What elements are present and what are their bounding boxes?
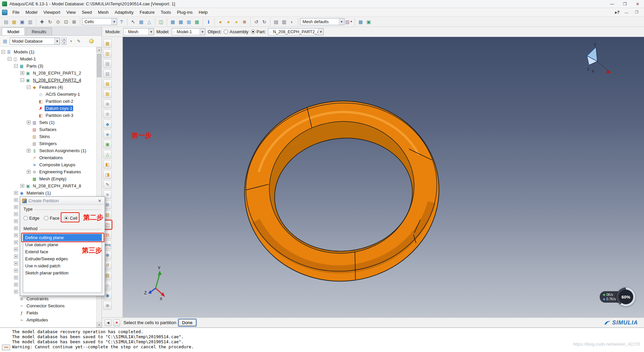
tree-expander[interactable]: − <box>1 50 5 54</box>
color-mappings-combo[interactable]: Mesh defaults▼ <box>300 18 344 25</box>
tree-expander[interactable]: + <box>14 198 18 202</box>
spinner-up-icon[interactable]: ▲ <box>62 38 66 41</box>
model-combo[interactable]: ↕ Model-1 ▼ <box>172 28 205 35</box>
viewport-canvas[interactable]: Y Z X Y Z X 0K/s 0.7K/s 60% <box>123 37 644 317</box>
menu-item-viewport[interactable]: Viewport <box>40 8 63 16</box>
tree-expander[interactable]: + <box>14 262 18 265</box>
spinner-down-icon[interactable]: ▼ <box>62 41 66 45</box>
datum-grid-icon[interactable]: ▦ <box>169 18 176 26</box>
tree-row[interactable]: ⊛Constraints <box>0 295 102 302</box>
mesh-table-icon[interactable]: ▦ <box>177 18 184 26</box>
tree-row[interactable]: ↗Orientations <box>0 154 102 161</box>
type-radio-edge[interactable]: Edge <box>23 216 39 221</box>
tree-row[interactable]: −◫Model-1 <box>0 55 102 62</box>
tree-row[interactable]: ✗Datum csys-1 <box>0 105 102 112</box>
menu-item-adaptivity[interactable]: Adaptivity <box>112 8 137 16</box>
cancel-procedure-button[interactable]: ✕ <box>113 319 120 326</box>
view-cut-icon[interactable]: ◫ <box>157 18 165 26</box>
method-listbox[interactable]: Define cutting planeUse datum planeExten… <box>23 234 102 293</box>
undo-icon[interactable]: ↺ <box>253 18 260 26</box>
close-button[interactable]: ✕ <box>631 0 644 8</box>
menu-item-model[interactable]: Model <box>22 8 40 16</box>
render-hidden-icon[interactable]: ● <box>225 18 232 26</box>
kernel-prompt-icon[interactable]: >>> <box>2 345 10 350</box>
tree-row[interactable]: ∼Amplitudes <box>0 316 102 323</box>
mesh-part-icon[interactable]: ▩ <box>103 79 112 88</box>
menu-item-file[interactable]: File <box>9 8 22 16</box>
open-database-icon[interactable]: ▦ <box>10 18 18 26</box>
child-minimize-button[interactable]: — <box>623 10 630 14</box>
dialog-title-bar[interactable]: Create Partition ✕ <box>20 197 105 205</box>
bottom-up-mesh-icon[interactable]: ◧ <box>103 160 112 169</box>
tools-misc-icon[interactable]: ⊛ <box>103 301 112 310</box>
previous-step-button[interactable]: ◀ <box>105 319 111 326</box>
mesh-table-2-icon[interactable]: ▦ <box>185 18 193 26</box>
render-off-icon[interactable]: ⊗ <box>241 18 248 26</box>
menu-item-view[interactable]: View <box>63 8 79 16</box>
view-compass[interactable]: Y Z X <box>579 43 619 83</box>
scrollbar-thumb[interactable] <box>97 54 101 77</box>
tree-row[interactable]: −▩Parts (3) <box>0 62 102 70</box>
method-item[interactable]: Define cutting plane <box>23 234 102 241</box>
mesh-region-icon[interactable]: ▦ <box>103 89 112 98</box>
assign-mesh-controls-icon[interactable]: ◆ <box>103 120 112 128</box>
seed-edges-icon[interactable]: ▥ <box>103 49 112 58</box>
tree-row[interactable]: +§Section Assignments (1) <box>0 147 102 154</box>
tree-row[interactable]: +▥Sets (1) <box>0 119 102 126</box>
delete-part-seeds-icon[interactable]: ▧ <box>103 59 112 68</box>
tree-row[interactable]: ◇ACIS Geometry-1 <box>0 91 102 98</box>
tree-expander[interactable]: + <box>14 255 18 258</box>
tree-expander[interactable]: + <box>14 248 18 251</box>
fit-view-icon[interactable]: ⊞ <box>70 18 78 26</box>
tree-row[interactable]: −▣N_208_ECPH_PART2_4 <box>0 77 102 84</box>
tree-expander[interactable]: + <box>20 71 24 75</box>
tree-row[interactable]: ≋Composite Layups <box>0 161 102 168</box>
tree-expander[interactable]: − <box>14 64 18 68</box>
info-icon[interactable]: ℹ <box>205 18 212 26</box>
selection-filter-combo[interactable]: Cells▼ <box>82 18 117 25</box>
render-shaded-icon[interactable]: ● <box>233 18 240 26</box>
assign-element-type-icon[interactable]: ◈ <box>103 130 112 138</box>
tree-expander[interactable]: + <box>14 191 18 195</box>
tab-model[interactable]: Model <box>2 28 25 35</box>
type-radio-cell[interactable]: Cell <box>64 216 77 221</box>
tree-expander[interactable]: − <box>8 57 11 61</box>
tree-expander[interactable]: + <box>27 149 31 152</box>
tree-row[interactable]: ƒFields <box>0 309 102 316</box>
menu-item-feature[interactable]: Feature <box>137 8 158 16</box>
field-report-icon[interactable]: ▤ <box>272 18 280 26</box>
filter-funnel-icon[interactable]: ▼ <box>68 38 74 44</box>
tree-row[interactable]: +▣N_208_ECPH_PART4_8 <box>0 182 102 189</box>
pan-view-icon[interactable]: ✚ <box>38 18 46 26</box>
mesh-associate-icon[interactable]: ◨ <box>103 170 112 179</box>
box-zoom-icon[interactable]: ⊡ <box>62 18 70 26</box>
tree-row[interactable]: ▨Stringers <box>0 140 102 147</box>
tree-expander[interactable]: − <box>20 78 24 82</box>
tree-expander[interactable]: + <box>14 283 18 287</box>
edit-pencil-icon[interactable]: ✎ <box>76 38 82 44</box>
select-entities-icon[interactable]: ↖ <box>129 18 137 26</box>
tree-row[interactable]: +▣N_208_ECPH_PART1_2 <box>0 70 102 77</box>
tab-results[interactable]: Results <box>26 28 52 35</box>
bulb-icon[interactable] <box>89 39 94 43</box>
menu-item-help[interactable]: Help <box>196 8 211 16</box>
delete-region-mesh-icon[interactable]: ⊘ <box>103 109 112 118</box>
color-code-icon[interactable]: ◐ <box>288 18 296 26</box>
color-dialog-icon[interactable]: ▨▼ <box>345 18 353 26</box>
tree-expander[interactable]: + <box>14 269 18 272</box>
scroll-down-icon[interactable]: ▼ <box>97 322 102 327</box>
viewport-window-icon[interactable] <box>2 10 7 15</box>
method-item[interactable]: Sketch planar partition <box>23 269 102 276</box>
highlight-grid-icon[interactable]: ▦ <box>138 18 145 26</box>
print-icon[interactable]: ▥ <box>26 18 34 26</box>
context-help-icon[interactable]: ▸? <box>615 10 620 15</box>
menu-item-seed[interactable]: Seed <box>79 8 95 16</box>
seed-part-icon[interactable]: ▦ <box>103 39 112 48</box>
object-part-radio[interactable]: Part: <box>251 29 266 34</box>
new-model-database-icon[interactable]: ▤ <box>2 18 10 26</box>
method-item[interactable]: Extrude/Sweep edges <box>23 255 102 262</box>
scroll-up-icon[interactable]: ▲ <box>97 47 102 52</box>
child-restore-button[interactable]: ❐ <box>633 10 640 14</box>
tree-expander[interactable]: + <box>14 219 18 223</box>
tree-row[interactable]: ≈Connector Sections <box>0 302 102 309</box>
